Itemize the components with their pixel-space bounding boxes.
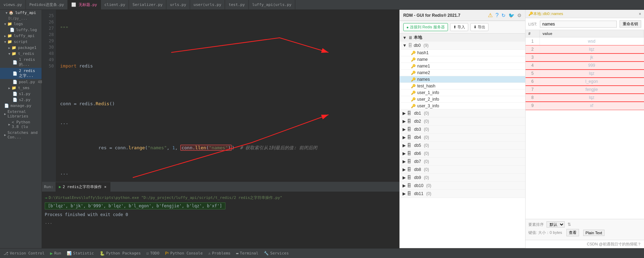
key-name[interactable]: 🔑 name — [400, 56, 525, 63]
list-header: LIST: 重命名钥 — [526, 18, 644, 30]
python-console-item[interactable]: Pᵞ Python Console — [165, 251, 203, 256]
table-row[interactable]: 3 jk — [526, 53, 644, 62]
terminal-run-tab[interactable]: ▶ 2 redis之字符串操作 × — [56, 182, 110, 192]
table-row[interactable]: 7 fengjie — [526, 86, 644, 94]
sidebar-script[interactable]: ▼ 📁 script — [0, 39, 42, 45]
sidebar-scratches[interactable]: ▶ Scratches and Con... — [0, 130, 42, 140]
tab-active[interactable]: ⬜ 无标题.py — [68, 0, 101, 10]
table-row[interactable]: 2 lqz — [526, 45, 644, 53]
terminal-content[interactable]: → D:\VirtualEnvs\luffy\Scripts\python.ex… — [42, 192, 399, 248]
close-btn[interactable]: × — [639, 12, 641, 16]
key-name2[interactable]: 🔑 name2 — [400, 70, 525, 76]
sort-arrows[interactable]: ⇅ — [567, 222, 571, 227]
tab-pedidos[interactable]: Pedidos进度条.py — [26, 0, 68, 10]
db5-header[interactable]: ▶🗄db5(0) — [400, 142, 525, 150]
plain-text-btn[interactable]: Plain Text — [583, 230, 605, 236]
twitter-icon[interactable]: 🐦 — [508, 13, 514, 18]
sidebar-package1[interactable]: ▶ 📁 package1 — [0, 45, 42, 51]
redis2-icon: 📄 — [13, 71, 17, 76]
todo-label: TODO — [150, 251, 160, 256]
redis-tree[interactable]: ▼ 🖥 本地 ▼ 🗄 db0 (9) 🔑 hash1 🔑 — [400, 34, 525, 248]
table-row[interactable]: 6 l_egon — [526, 78, 644, 86]
import-btn[interactable]: ⬆ 导入 — [450, 23, 468, 31]
warning-icon[interactable]: ⚠ — [488, 12, 493, 19]
db4-header[interactable]: ▶🗄db4(0) — [400, 134, 525, 142]
row-num: 5 — [526, 70, 540, 78]
tab-user-urls[interactable]: user(urls.py — [190, 0, 225, 10]
sidebar-t-sms[interactable]: ▶ 📁 t_sms — [0, 85, 42, 91]
sidebar-external[interactable]: ▶ External Libraries — [0, 109, 42, 119]
db11-label: db11 — [414, 191, 424, 196]
statistic-item[interactable]: 📊 Statistic — [67, 251, 94, 256]
table-row[interactable]: 4 999 — [526, 62, 644, 70]
tab-client[interactable]: client.py — [101, 0, 129, 10]
help-icon[interactable]: ? — [495, 12, 499, 19]
todo-icon: ☑ — [146, 251, 149, 256]
sidebar-s2[interactable]: 📄 s2.py — [0, 97, 42, 103]
db7-header[interactable]: ▶🗄db7(0) — [400, 158, 525, 166]
table-row[interactable]: 1 wsd — [526, 37, 644, 45]
terminal-dots: ... — [45, 220, 397, 225]
services-item[interactable]: 🔧 Services — [264, 251, 289, 256]
tab-test[interactable]: test.py — [225, 0, 248, 10]
export-btn[interactable]: ⬇ 导出 — [470, 23, 489, 31]
table-row[interactable]: 5 lqz — [526, 70, 644, 78]
sidebar-python38[interactable]: ▶ < Python 3.8 (lu — [0, 119, 42, 130]
db10-header[interactable]: ▶🗄db10(0) — [400, 182, 525, 190]
table-row[interactable]: 8 lqz — [526, 94, 644, 102]
sidebar-s1[interactable]: 📄 s1.py — [0, 91, 42, 97]
redis2-label: 2 redis之字... — [19, 69, 39, 78]
terminal-item[interactable]: ▬ Terminal — [236, 251, 259, 256]
key-name1[interactable]: 🔑 name1 — [400, 63, 525, 70]
key-test-hash[interactable]: 🔑 test_hash — [400, 83, 525, 89]
db1-header[interactable]: ▶🗄db1(0) — [400, 109, 525, 117]
version-control-item[interactable]: ⎇ Version Control — [3, 251, 44, 256]
db9-header[interactable]: ▶🗄db9(0) — [400, 174, 525, 182]
sidebar-luffy-api[interactable]: ▶ 📁 luffy_api — [0, 33, 42, 39]
settings-icon[interactable]: ⚙ — [517, 13, 522, 18]
db6-header[interactable]: ▶🗄db6(0) — [400, 150, 525, 158]
rename-btn[interactable]: 重命名钥 — [620, 20, 641, 28]
row-value: xf — [540, 102, 644, 110]
sort-select[interactable]: 默认 — [547, 221, 565, 228]
tab-luffy-urls[interactable]: luffy_api(urls.py — [249, 0, 296, 10]
db3-header[interactable]: ▶🗄db3(0) — [400, 126, 525, 134]
db8-header[interactable]: ▶🗄db8(0) — [400, 166, 525, 174]
db0-header[interactable]: ▼ 🗄 db0 (9) — [400, 42, 525, 50]
db9-icon: 🗄 — [407, 175, 411, 180]
db8-label: db8 — [414, 167, 421, 172]
tree-local-section[interactable]: ▼ 🖥 本地 — [400, 34, 525, 42]
code-text[interactable]: """ import redis conn = redis.Redis() ..… — [56, 10, 399, 182]
key-hash1[interactable]: 🔑 hash1 — [400, 50, 525, 56]
table-row[interactable]: 9 xf — [526, 102, 644, 110]
tab-serializer[interactable]: Serializer.py — [129, 0, 166, 10]
view-btn[interactable]: 查看 — [566, 229, 579, 236]
connect-btn[interactable]: ● 连接到 Redis 服务器 — [403, 23, 448, 31]
db11-header[interactable]: ▶🗄db11(0) — [400, 190, 525, 198]
key-names[interactable]: 🔑 names — [400, 76, 525, 83]
sidebar-redis2[interactable]: 📄 2 redis之字... — [0, 68, 42, 79]
refresh-icon[interactable]: ↻ — [501, 13, 506, 18]
code-line-res: res = conn.lrange("names", 1, conn.llen(… — [60, 138, 395, 157]
key-user3[interactable]: 🔑 user_3_info — [400, 103, 525, 109]
key-user1[interactable]: 🔑 user_1_info — [400, 89, 525, 96]
sidebar-logs[interactable]: ▼ 📁 logs — [0, 21, 42, 27]
todo-item[interactable]: ☑ TODO — [146, 251, 159, 256]
sidebar-redis1[interactable]: 📄 1 redis的... — [0, 57, 42, 68]
run-item[interactable]: ▶ Run — [50, 251, 61, 256]
problems-item[interactable]: ⚠ Problems — [208, 251, 231, 256]
tab-views[interactable]: views.py — [0, 0, 26, 10]
sidebar-project[interactable]: ▼ 🏠 luffy_api — [0, 10, 42, 16]
python-packages-item[interactable]: 🐍 Python Packages — [100, 251, 141, 256]
db2-header[interactable]: ▶🗄db2(0) — [400, 117, 525, 126]
tab-urls[interactable]: urls.py — [166, 0, 190, 10]
sidebar-manage[interactable]: 📄 manage.py — [0, 103, 42, 109]
luffy-log-label: luffy.log — [16, 28, 37, 32]
t-sms-icon: 📁 — [12, 86, 16, 90]
sidebar-luffy-log[interactable]: 📄 luffy.log — [0, 27, 42, 33]
list-name-input[interactable] — [540, 21, 617, 28]
sidebar-pool[interactable]: 📄 pool.py 48 — [0, 79, 42, 85]
editor-content[interactable]: 25 26 27 28 29 30 48 49 50 """ — [42, 10, 399, 248]
sidebar-t-redis[interactable]: ▼ 📁 t_redis — [0, 51, 42, 57]
key-user2[interactable]: 🔑 user_2_info — [400, 96, 525, 103]
